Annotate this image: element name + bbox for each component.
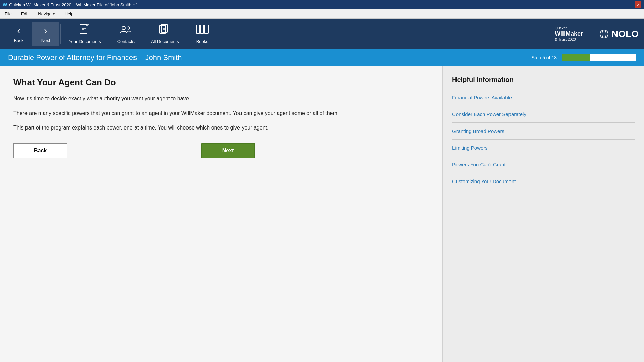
toolbar-contacts-button[interactable]: Contacts — [111, 21, 141, 47]
toolbar-divider-2 — [109, 24, 109, 44]
brand-divider — [591, 25, 591, 42]
step-header: Durable Power of Attorney for Finances –… — [0, 49, 644, 66]
brand-area: Quicken WillMaker & Trust 2020 NOLO — [555, 25, 639, 42]
title-bar-title: W Quicken WillMaker & Trust 2020 – WillM… — [3, 2, 137, 7]
left-panel: What Your Agent Can Do Now it's time to … — [0, 66, 443, 362]
step-title: Durable Power of Attorney for Finances –… — [8, 53, 182, 62]
content-paragraph-2: There are many specific powers that you … — [13, 109, 429, 118]
toolbar: ‹ Back › Next Your Documents — [0, 19, 644, 49]
books-icon — [196, 24, 209, 37]
minimize-button[interactable]: – — [619, 1, 625, 8]
contacts-icon — [119, 24, 132, 37]
brand-willmaker: Quicken WillMaker & Trust 2020 — [555, 26, 583, 42]
toolbar-all-documents-label: All Documents — [151, 39, 179, 44]
step-info: Step 5 of 13 — [531, 54, 636, 61]
close-button[interactable]: ✕ — [635, 1, 641, 8]
brand-quicken-text: Quicken — [555, 26, 583, 30]
toolbar-next-button[interactable]: › Next — [32, 22, 59, 46]
brand-sub-text: & Trust 2020 — [555, 37, 583, 42]
helpful-link-powers-cant-grant[interactable]: Powers You Can't Grant — [452, 156, 635, 173]
helpful-link-limiting-powers[interactable]: Limiting Powers — [452, 140, 635, 156]
toolbar-contacts-label: Contacts — [117, 39, 135, 44]
next-arrow-icon: › — [44, 25, 47, 36]
next-button[interactable]: Next — [201, 143, 255, 158]
menu-help[interactable]: Help — [63, 11, 76, 17]
back-button[interactable]: Back — [13, 143, 67, 158]
toolbar-books-label: Books — [196, 39, 208, 44]
helpful-title: Helpful Information — [452, 76, 635, 84]
menu-navigate[interactable]: Navigate — [36, 11, 57, 17]
brand-nolo: NOLO — [599, 29, 639, 39]
title-bar-controls: – □ ✕ — [619, 1, 641, 8]
toolbar-divider-3 — [143, 24, 143, 44]
maximize-button[interactable]: □ — [627, 1, 633, 8]
content-paragraph-1: Now it's time to decide exactly what aut… — [13, 94, 429, 103]
toolbar-back-label: Back — [14, 38, 24, 43]
toolbar-all-documents-button[interactable]: All Documents — [144, 21, 186, 47]
progress-bar-fill — [562, 54, 590, 61]
svg-point-5 — [122, 26, 125, 30]
right-panel: Helpful Information Financial Powers Ava… — [443, 66, 644, 362]
back-arrow-icon: ‹ — [17, 25, 20, 36]
toolbar-next-label: Next — [41, 38, 50, 43]
svg-point-6 — [127, 27, 130, 29]
menu-bar: File Edit Navigate Help — [0, 9, 644, 19]
content-title: What Your Agent Can Do — [13, 77, 429, 88]
toolbar-divider-1 — [60, 24, 61, 44]
menu-file[interactable]: File — [3, 11, 14, 17]
main-content: What Your Agent Can Do Now it's time to … — [0, 66, 644, 362]
progress-bar-container — [562, 54, 636, 61]
button-row: Back Next — [13, 143, 255, 158]
all-documents-icon — [159, 24, 171, 37]
step-text: Step 5 of 13 — [531, 55, 557, 60]
your-documents-icon — [79, 24, 91, 37]
title-bar: W Quicken WillMaker & Trust 2020 – WillM… — [0, 0, 644, 9]
title-bar-text: Quicken WillMaker & Trust 2020 – WillMak… — [9, 2, 137, 7]
helpful-link-financial-powers[interactable]: Financial Powers Available — [452, 89, 635, 106]
helpful-link-consider-each[interactable]: Consider Each Power Separately — [452, 106, 635, 123]
content-paragraph-3: This part of the program explains each p… — [13, 123, 429, 132]
toolbar-divider-4 — [187, 24, 187, 44]
toolbar-your-documents-button[interactable]: Your Documents — [62, 21, 108, 47]
toolbar-books-button[interactable]: Books — [189, 21, 216, 47]
brand-nolo-text: NOLO — [611, 29, 639, 39]
helpful-link-granting-broad[interactable]: Granting Broad Powers — [452, 123, 635, 140]
toolbar-back-button[interactable]: ‹ Back — [5, 22, 32, 46]
svg-rect-14 — [204, 25, 208, 33]
svg-rect-0 — [80, 25, 87, 34]
menu-edit[interactable]: Edit — [19, 11, 31, 17]
toolbar-your-documents-label: Your Documents — [69, 39, 101, 44]
helpful-link-customizing[interactable]: Customizing Your Document — [452, 173, 635, 190]
brand-main-text: WillMaker — [555, 30, 583, 38]
